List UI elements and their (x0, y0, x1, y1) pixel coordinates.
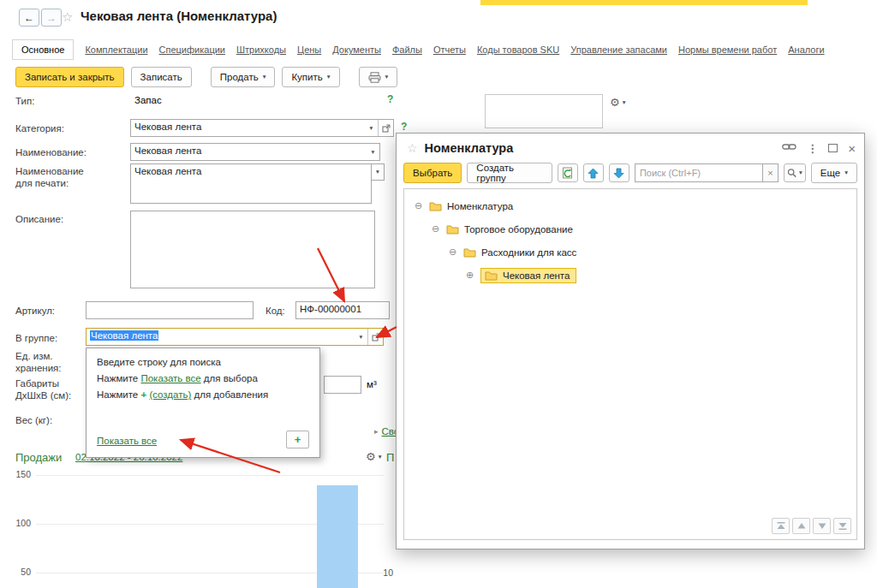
nomenclature-tree: ⊖ Номенклатура ⊖ Торговое оборудование ⊖… (403, 188, 857, 540)
code-label: Код: (265, 305, 285, 317)
sales-settings-button[interactable]: ⚙ ▾ (366, 450, 381, 463)
volume-field[interactable] (324, 376, 361, 394)
go-first-button[interactable] (772, 518, 790, 534)
favorite-star-icon[interactable]: ☆ (407, 141, 418, 155)
type-value[interactable]: Запас (134, 95, 162, 105)
page-title: Чековая лента (Номенклатура) (81, 9, 277, 23)
triangle-down-icon (817, 521, 827, 531)
save-and-close-button[interactable]: Записать и закрыть (15, 67, 124, 87)
show-all-link[interactable]: Показать все (97, 436, 157, 446)
chevron-down-icon: ▾ (263, 74, 266, 80)
go-first-icon (776, 521, 786, 531)
tree-item-torgovoe-oborudovanie[interactable]: ⊖ Торговое оборудование (404, 217, 856, 241)
tab-osnovnoe[interactable]: Основное (12, 39, 74, 60)
close-button[interactable]: × (848, 142, 856, 155)
collapse-icon[interactable]: ⊖ (430, 223, 441, 235)
save-button[interactable]: Записать (131, 67, 192, 87)
chevron-down-icon[interactable]: ▾ (355, 329, 367, 345)
collapse-icon[interactable]: ⊖ (413, 200, 424, 211)
group-quick-choice-popup: Введите строку для поиска Нажмите Показа… (86, 347, 320, 458)
help-icon[interactable]: ? (401, 121, 407, 133)
buy-label: Купить (291, 72, 322, 82)
form-tabs: Основное Комплектации Спецификации Штрих… (12, 39, 877, 60)
command-bar: Записать и закрыть Записать Продать▾ Куп… (15, 67, 397, 87)
open-button[interactable] (378, 120, 393, 136)
more-menu-button[interactable]: ⋮ (807, 142, 818, 155)
description-field[interactable] (130, 211, 375, 288)
tab-analogi[interactable]: Аналоги (788, 45, 824, 55)
tab-specifikacii[interactable]: Спецификации (159, 45, 225, 55)
sell-button[interactable]: Продать▾ (211, 67, 276, 87)
image-settings-button[interactable]: ⚙ ▾ (610, 96, 625, 109)
collapse-icon[interactable]: ⊖ (447, 246, 458, 258)
expand-icon[interactable]: ⊕ (464, 270, 475, 281)
create-inline-link[interactable]: (создать) (149, 389, 191, 400)
tab-otchety[interactable]: Отчеты (433, 45, 466, 55)
more-button[interactable]: Еще▾ (811, 163, 857, 183)
tree-item-nomenklatura[interactable]: ⊖ Номенклатура (404, 194, 856, 217)
print-button[interactable]: ▾ (359, 67, 398, 87)
go-prev-button[interactable] (792, 518, 810, 534)
gear-icon: ⚙ (366, 450, 376, 463)
open-icon (382, 124, 391, 133)
back-icon: ← (24, 12, 34, 24)
code-field[interactable]: НФ-00000001 (295, 301, 390, 319)
tree-item-label: Номенклатура (447, 201, 513, 211)
get-link-button[interactable] (782, 140, 796, 156)
tab-upravlenie-zapasami[interactable]: Управление запасами (570, 45, 667, 55)
buy-button[interactable]: Купить▾ (282, 67, 339, 87)
restore-window-button[interactable] (828, 140, 838, 156)
go-last-button[interactable] (833, 518, 851, 534)
tree-item-rashodniki-dlya-kass[interactable]: ⊖ Расходники для касс (404, 241, 856, 264)
tab-normy-vremeni[interactable]: Нормы времени работ (678, 45, 777, 55)
arrow-up-icon (588, 168, 599, 179)
move-down-button[interactable] (609, 163, 629, 182)
tab-komplektacii[interactable]: Комплектации (85, 45, 147, 55)
search-options-button[interactable]: ▾ (784, 163, 806, 182)
refresh-button[interactable] (558, 163, 578, 182)
more-label: Еще (820, 168, 840, 178)
triangle-marker-icon: ▸ (374, 427, 379, 436)
help-icon[interactable]: ? (387, 93, 393, 105)
clear-search-button[interactable]: × (763, 163, 779, 182)
select-button[interactable]: Выбрать (403, 163, 462, 183)
triangle-up-icon (796, 521, 807, 531)
weight-label: Вес (кг): (15, 414, 52, 426)
name-field[interactable]: Чековая лента ▾ (130, 143, 380, 161)
purchases-section-title-fragment: П (386, 451, 394, 464)
create-new-button[interactable]: + (286, 431, 309, 448)
back-button[interactable]: ← (19, 9, 39, 27)
print-name-dropdown-button[interactable]: ▾ (371, 163, 385, 181)
article-field[interactable] (86, 301, 254, 319)
move-up-button[interactable] (583, 163, 604, 182)
tab-shtrihkody[interactable]: Штрихкоды (236, 45, 286, 55)
tree-item-chekovaya-lenta[interactable]: ⊕ Чековая лента (404, 264, 856, 287)
group-value: Чековая лента (87, 329, 355, 345)
tab-kody-sku[interactable]: Коды товаров SKU (477, 45, 559, 55)
category-field[interactable]: Чековая лента ▾ (130, 119, 394, 137)
chevron-down-icon[interactable]: ▾ (365, 120, 378, 136)
tab-dokumenty[interactable]: Документы (332, 45, 381, 55)
chevron-down-icon: ▾ (844, 169, 848, 176)
name-label: Наименование: (15, 146, 87, 158)
tree-item-label: Расходники для касс (481, 247, 576, 258)
folder-icon (485, 270, 498, 281)
open-button[interactable] (367, 329, 383, 345)
chevron-down-icon[interactable]: ▾ (367, 144, 379, 160)
chevron-down-icon: ▾ (372, 164, 384, 180)
tab-ceny[interactable]: Цены (297, 45, 321, 55)
quick-choice-hint-search: Введите строку для поиска (97, 357, 309, 367)
create-group-button[interactable]: Создать группу (467, 163, 552, 183)
folder-icon (446, 224, 459, 235)
modal-toolbar: Выбрать Создать группу × ▾ Еще▾ (397, 159, 864, 187)
show-all-inline-link[interactable]: Показать все (140, 373, 200, 383)
history-nav: ← → (19, 9, 62, 27)
forward-button[interactable]: → (41, 9, 62, 27)
tab-fayly[interactable]: Файлы (392, 45, 422, 55)
chevron-down-icon: ▾ (623, 99, 626, 106)
group-field[interactable]: Чековая лента ▾ (86, 328, 384, 346)
search-input[interactable] (635, 163, 763, 182)
print-name-field[interactable]: Чековая лента (130, 163, 372, 204)
go-next-button[interactable] (813, 518, 831, 534)
favorite-star-icon[interactable]: ☆ (62, 9, 73, 25)
